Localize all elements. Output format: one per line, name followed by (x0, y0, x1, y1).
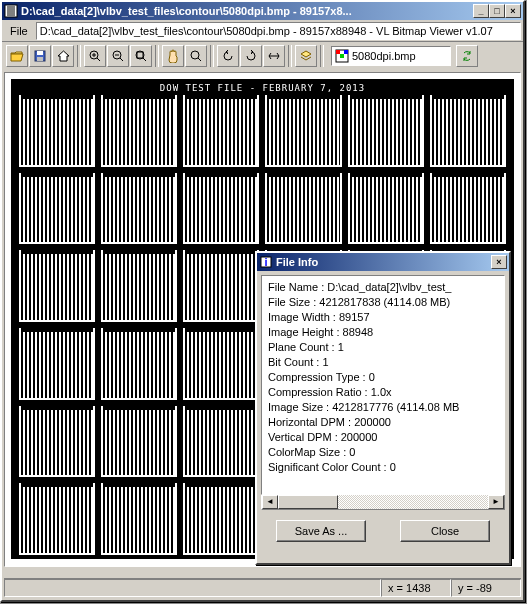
info-hscroll[interactable]: ◄ ► (261, 494, 505, 510)
svg-rect-10 (336, 50, 340, 54)
main-title: D:\cad_data[2]\vlbv_test_files\contour\5… (21, 5, 473, 17)
barcode-cell (183, 483, 259, 555)
zoom-region-icon[interactable] (185, 45, 207, 67)
info-line: Image Size : 4212817776 (4114.08 MB (268, 400, 498, 415)
info-line: Vertical DPM : 200000 (268, 430, 498, 445)
info-line: Compression Ratio : 1.0x (268, 385, 498, 400)
status-x: x = 1438 (381, 579, 451, 597)
file-info-dialog: i File Info × File Name : D:\cad_data[2]… (255, 251, 511, 565)
file-combo-text: 5080dpi.bmp (352, 50, 416, 62)
info-line: Bit Count : 1 (268, 355, 498, 370)
maximize-button[interactable]: □ (489, 4, 505, 18)
info-line: Image Width : 89157 (268, 310, 498, 325)
hand-icon[interactable] (162, 45, 184, 67)
zoom-in-icon[interactable] (84, 45, 106, 67)
info-list: File Name : D:\cad_data[2]\vlbv_test_ Fi… (261, 275, 505, 495)
status-y: y = -89 (451, 579, 521, 597)
info-line: Plane Count : 1 (268, 340, 498, 355)
info-line: File Name : D:\cad_data[2]\vlbv_test_ (268, 280, 498, 295)
barcode-cell (101, 483, 177, 555)
info-icon: i (259, 255, 273, 269)
refresh-icon[interactable] (456, 45, 478, 67)
toolbar: 5080dpi.bmp (2, 42, 523, 70)
barcode-cell (101, 328, 177, 400)
save-icon[interactable] (29, 45, 51, 67)
layers-icon[interactable] (295, 45, 317, 67)
info-line: Image Height : 88948 (268, 325, 498, 340)
scroll-right-icon[interactable]: ► (488, 495, 504, 509)
barcode-cell (19, 328, 95, 400)
info-line: Significant Color Count : 0 (268, 460, 498, 475)
svg-rect-7 (137, 52, 143, 58)
barcode-cell (101, 95, 177, 167)
save-as-button[interactable]: Save As ... (276, 520, 366, 542)
svg-rect-2 (37, 51, 43, 55)
svg-rect-12 (340, 54, 344, 58)
info-line: Compression Type : 0 (268, 370, 498, 385)
menu-file[interactable]: File (4, 23, 34, 39)
rotate-ccw-icon[interactable] (217, 45, 239, 67)
barcode-cell (101, 173, 177, 245)
zoom-out-icon[interactable] (107, 45, 129, 67)
statusbar: x = 1438 y = -89 (4, 578, 521, 598)
dialog-title: File Info (276, 256, 491, 268)
barcode-cell (19, 173, 95, 245)
scroll-thumb[interactable] (278, 495, 338, 509)
svg-point-8 (191, 51, 199, 59)
barcode-cell (19, 406, 95, 478)
menubar: File (2, 20, 523, 42)
barcode-cell (183, 250, 259, 322)
path-input[interactable] (36, 22, 521, 40)
barcode-cell (265, 95, 341, 167)
dialog-close-button[interactable]: × (491, 255, 507, 269)
svg-rect-11 (344, 50, 348, 54)
barcode-cell (183, 328, 259, 400)
svg-rect-3 (37, 57, 43, 61)
barcode-cell (348, 173, 424, 245)
scroll-track[interactable] (278, 495, 488, 509)
bitmap-title: DOW TEST FILE - FEBRUARY 7, 2013 (19, 83, 506, 93)
flip-icon[interactable] (263, 45, 285, 67)
barcode-cell (430, 95, 506, 167)
barcode-cell (101, 250, 177, 322)
barcode-cell (265, 173, 341, 245)
minimize-button[interactable]: _ (473, 4, 489, 18)
home-icon[interactable] (52, 45, 74, 67)
barcode-cell (183, 406, 259, 478)
open-icon[interactable] (6, 45, 28, 67)
barcode-cell (183, 173, 259, 245)
rotate-cw-icon[interactable] (240, 45, 262, 67)
barcode-cell (101, 406, 177, 478)
barcode-cell (19, 250, 95, 322)
zoom-fit-icon[interactable] (130, 45, 152, 67)
barcode-cell (348, 95, 424, 167)
scroll-left-icon[interactable]: ◄ (262, 495, 278, 509)
barcode-cell (430, 173, 506, 245)
close-button[interactable]: × (505, 4, 521, 18)
info-line: Horizontal DPM : 200000 (268, 415, 498, 430)
status-main (4, 579, 381, 597)
info-line: ColorMap Size : 0 (268, 445, 498, 460)
app-icon (4, 4, 18, 18)
svg-text:i: i (264, 256, 267, 268)
bitmap-icon (335, 49, 349, 63)
info-line: File Size : 4212817838 (4114.08 MB) (268, 295, 498, 310)
main-titlebar[interactable]: D:\cad_data[2]\vlbv_test_files\contour\5… (2, 2, 523, 20)
barcode-cell (19, 483, 95, 555)
close-dialog-button[interactable]: Close (400, 520, 490, 542)
dialog-titlebar[interactable]: i File Info × (257, 253, 509, 271)
file-combo[interactable]: 5080dpi.bmp (331, 46, 451, 66)
barcode-cell (19, 95, 95, 167)
barcode-cell (183, 95, 259, 167)
